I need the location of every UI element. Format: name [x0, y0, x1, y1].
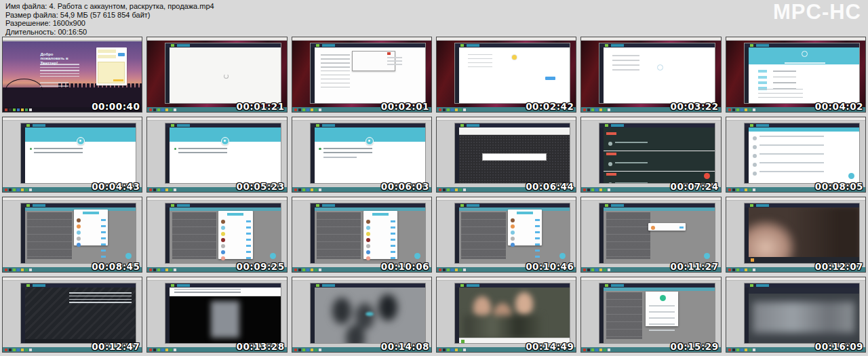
video-thumbnail: 00:14:49 — [436, 277, 576, 353]
small-popup — [648, 223, 686, 231]
video-thumbnail: 00:01:21 — [146, 37, 287, 113]
video-thumbnail: 00:12:47 — [2, 277, 142, 353]
twitter-welcome-page: Добро пожаловать в Твиттер! — [3, 41, 142, 107]
video-thumbnail: 00:07:24 — [580, 117, 721, 193]
browser-chrome-strip — [581, 37, 720, 41]
browser-chrome-strip — [581, 197, 720, 201]
thumbnail-timestamp: 00:10:06 — [381, 261, 429, 272]
tweet-list — [461, 212, 505, 259]
taskbar-icons — [583, 108, 586, 111]
browser-window — [165, 123, 281, 184]
video-thumbnail: 00:10:46 — [436, 197, 576, 273]
twitter-badge-icon — [221, 137, 229, 145]
tweet-list — [606, 212, 650, 259]
thumbnail-timestamp: 00:14:08 — [381, 341, 429, 352]
page-content — [604, 127, 714, 183]
mpc-hc-logo: MPC-HC — [773, 0, 861, 24]
page-content — [170, 288, 280, 343]
text-lines — [323, 157, 357, 160]
video-thumbnail: 00:08:45 — [2, 197, 142, 273]
page-content — [749, 288, 859, 343]
page-content — [170, 207, 280, 263]
browser-window — [165, 203, 281, 264]
browser-chrome-strip — [437, 37, 576, 41]
taskbar-icons — [583, 269, 586, 271]
thumbnail-timestamp: 00:08:05 — [815, 181, 863, 192]
page-content — [170, 47, 280, 103]
compose-fab-icon — [270, 253, 276, 259]
status-dot — [319, 148, 321, 151]
browser-chrome-strip — [3, 197, 142, 201]
taskbar-icons — [728, 189, 731, 191]
tweet-list — [27, 212, 71, 259]
thumbnail-timestamp: 00:12:47 — [92, 341, 140, 352]
video-thumbnail: 00:05:23 — [146, 117, 287, 193]
browser-window — [310, 203, 426, 264]
page-content — [459, 288, 570, 343]
thumbnail-timestamp: 00:02:42 — [526, 101, 574, 112]
page-content — [315, 127, 425, 183]
browser-window — [310, 43, 426, 104]
profile-popup — [646, 292, 677, 326]
resolution-line: Разрешение: 1600x900 — [5, 19, 214, 28]
thumbnail-timestamp: 00:04:02 — [815, 101, 863, 112]
option-chips — [758, 70, 767, 90]
twitter-badge-icon — [366, 137, 374, 145]
taskbar-icons — [439, 189, 441, 191]
page-content — [459, 127, 570, 183]
browser-chrome-strip — [147, 277, 286, 281]
thumbnail-timestamp: 00:00:40 — [92, 101, 140, 112]
compose-fab-icon — [848, 173, 854, 179]
browser-window — [165, 43, 281, 104]
text-lines — [758, 89, 802, 98]
taskbar-icons — [294, 269, 297, 271]
compose-fab-icon — [559, 253, 566, 259]
taskbar-icons — [149, 108, 152, 111]
taskbar-icons — [294, 189, 297, 191]
thumbnail-timestamp: 00:02:01 — [381, 101, 429, 112]
thumbnail-timestamp: 00:08:45 — [92, 261, 140, 272]
video-thumbnail: 00:11:27 — [580, 197, 721, 273]
taskbar-icons — [439, 349, 441, 351]
thumbnail-timestamp: 00:06:03 — [381, 181, 429, 192]
login-signup-box — [96, 47, 127, 85]
video-thumbnail: 00:08:05 — [726, 117, 866, 193]
thumbnail-timestamp: 00:15:29 — [670, 341, 718, 352]
thumbnail-timestamp: 00:03:22 — [670, 101, 718, 112]
video-thumbnail: 00:10:06 — [292, 197, 432, 273]
thumbnail-timestamp: 00:13:28 — [236, 341, 284, 352]
browser-window — [599, 283, 715, 344]
browser-window — [20, 123, 136, 184]
followers-popup — [508, 210, 542, 245]
browser-chrome-strip — [292, 37, 431, 41]
taskbar-icons — [439, 108, 441, 111]
video-thumbnail: 00:02:01 — [292, 37, 432, 113]
taskbar-icons — [728, 108, 731, 111]
welcome-heading: Добро пожаловать в Твиттер! — [40, 52, 76, 66]
thumbnail-timestamp: 00:11:27 — [670, 261, 718, 272]
tweet-list — [172, 212, 216, 259]
taskbar-icons — [294, 108, 297, 111]
thumbnail-timestamp: 00:14:49 — [526, 341, 574, 352]
page-content — [749, 207, 859, 263]
file-info-block: Имя файла: 4. Работа с аккаунтом, раскру… — [5, 2, 214, 36]
status-dot — [30, 148, 33, 151]
browser-window — [454, 203, 570, 264]
thumbnail-timestamp: 00:10:46 — [526, 261, 574, 272]
video-thumbnail: 00:04:43 — [2, 117, 142, 193]
page-content — [749, 47, 859, 103]
page-content — [749, 127, 859, 183]
browser-chrome-strip — [147, 117, 286, 121]
file-name-line: Имя файла: 4. Работа с аккаунтом, раскру… — [5, 2, 214, 11]
browser-chrome-strip — [3, 37, 142, 41]
video-thumbnail: 00:04:02 — [726, 37, 866, 113]
thumbnail-timestamp: 00:16:09 — [815, 341, 863, 352]
tweet-list — [317, 212, 361, 259]
video-thumbnail: 00:06:03 — [292, 117, 432, 193]
text-lines — [174, 289, 241, 295]
tweet-list — [606, 292, 643, 339]
page-content — [604, 47, 714, 103]
browser-window — [744, 43, 860, 104]
browser-window — [454, 283, 570, 344]
taskbar-icons — [583, 349, 586, 351]
